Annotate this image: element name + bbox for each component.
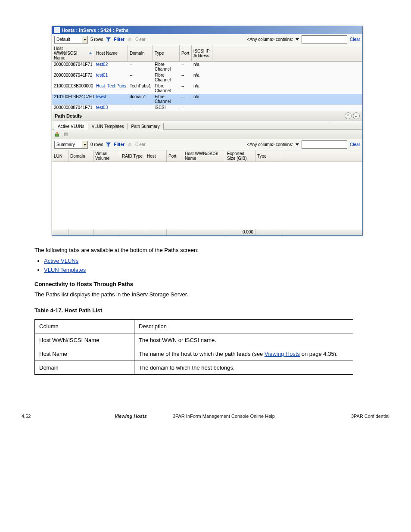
cell: Host Name xyxy=(35,347,134,361)
view-combo[interactable]: Default xyxy=(54,36,88,44)
col-vv[interactable]: Virtual Volume xyxy=(93,150,120,162)
clear-icon[interactable] xyxy=(127,37,133,42)
table-row[interactable]: 2000000087041F71 test02 -- Fibre Channel… xyxy=(52,62,362,72)
doc-link-viewing-hosts[interactable]: Viewing Hosts xyxy=(265,351,300,357)
col-ip[interactable]: iSCSI IP Address xyxy=(192,45,212,61)
filter-icon[interactable] xyxy=(106,37,111,42)
tab-vlun-templates[interactable]: VLUN Templates xyxy=(88,123,128,130)
bottom-grid-header: LUN Domain Virtual Volume RAID Type Host… xyxy=(52,150,362,162)
view-combo-value: Default xyxy=(56,37,70,42)
icon-toolbar xyxy=(52,130,362,139)
cell: Description xyxy=(134,320,353,333)
col-lun[interactable]: LUN xyxy=(52,150,68,162)
filter-contains-label: <Any column> contains: xyxy=(247,37,293,42)
bottom-rows-count: 0 rows xyxy=(90,142,103,147)
col-domain[interactable]: Domain xyxy=(128,45,153,61)
footer-page: 4.52 xyxy=(22,414,43,419)
export-icon[interactable] xyxy=(55,131,60,137)
status-total: 0.000 xyxy=(225,229,255,235)
doc-intro: The following tabs are available at the … xyxy=(34,246,389,255)
filter-link[interactable]: Filter xyxy=(114,37,124,42)
filter-icon[interactable] xyxy=(106,142,111,147)
footer-docname: 3PAR InForm Management Console Online He… xyxy=(173,414,275,419)
host-path-table: Column Description Host WWN/iSCSI Name T… xyxy=(34,319,353,375)
tabs-bar: Active VLUNs VLUN Templates Path Summary xyxy=(52,121,362,130)
table-row: Host WWN/iSCSI Name The host WWN or iSCS… xyxy=(35,333,353,347)
table-row[interactable]: 210100E08B24C750 tewst domain1 Fibre Cha… xyxy=(52,94,362,105)
cell: The name of the host to which the path l… xyxy=(134,347,353,361)
subsection-title: Connectivity to Hosts Through Paths xyxy=(34,280,389,289)
table-row[interactable]: 2000000087041F71 test03 -- iSCSI -- -- xyxy=(52,105,362,111)
cell: Host WWN/iSCSI Name xyxy=(35,333,134,347)
page-footer: 4.52 Viewing Hosts 3PAR InForm Managemen… xyxy=(22,414,389,419)
cell: Column xyxy=(35,320,134,333)
footer-section: Viewing Hosts xyxy=(115,414,147,419)
path-details-title: Path Details xyxy=(55,113,82,118)
footer-confidential: 3PAR Confidential xyxy=(346,414,389,419)
path-details-bar: Path Details ⌃ ⌄ xyxy=(52,111,362,121)
col-hostname[interactable]: Host Name xyxy=(94,45,128,61)
clear-icon[interactable] xyxy=(127,142,133,147)
cell: Domain xyxy=(35,361,134,375)
col-raid[interactable]: RAID Type xyxy=(120,150,145,162)
table-row[interactable]: 210000E08B000000 Host_TechPubs TechPubs1… xyxy=(52,83,362,94)
col-host2[interactable]: Host xyxy=(145,150,167,162)
collapse-up-icon[interactable]: ⌃ xyxy=(345,112,352,119)
clear-label-disabled: Clear xyxy=(135,37,146,42)
tab-active-vluns[interactable]: Active VLUNs xyxy=(54,123,88,130)
bottom-view-combo[interactable]: Summary xyxy=(54,141,88,149)
col-type2[interactable]: Type xyxy=(255,150,281,162)
table-row: Host Name The name of the host to which … xyxy=(35,347,353,361)
col-wwn[interactable]: Host WWN/iSCSI Name xyxy=(52,45,94,61)
clear-search-link[interactable]: Clear xyxy=(350,37,360,42)
cell: The host WWN or iSCSI name. xyxy=(134,333,353,347)
remove-icon[interactable] xyxy=(64,131,69,137)
svg-rect-0 xyxy=(128,39,131,41)
top-grid-header: Host WWN/iSCSI Name Host Name Domain Typ… xyxy=(52,45,362,62)
sort-asc-icon xyxy=(89,52,92,54)
window-title: Hosts : InServs : S424 : Paths xyxy=(62,28,128,33)
tab-path-summary[interactable]: Path Summary xyxy=(128,123,164,130)
bottom-clear-link[interactable]: Clear xyxy=(350,142,360,147)
top-grid-body: 2000000087041F71 test02 -- Fibre Channel… xyxy=(52,62,362,111)
col-wwn2[interactable]: Host WWN/iSCSI Name xyxy=(183,150,225,162)
bottom-filter-contains: <Any column> contains: xyxy=(247,142,293,147)
bottom-filter-link[interactable]: Filter xyxy=(114,142,124,147)
svg-rect-2 xyxy=(65,133,68,136)
table-caption: Table 4-17. Host Path List xyxy=(34,307,389,315)
col-size[interactable]: Exported Size (GiB) xyxy=(225,150,255,162)
filter-search-input[interactable] xyxy=(302,35,347,44)
col-domain2[interactable]: Domain xyxy=(68,150,93,162)
col-type[interactable]: Type xyxy=(153,45,180,61)
expand-down-icon[interactable]: ⌄ xyxy=(353,112,360,119)
dropdown-icon[interactable] xyxy=(296,38,299,40)
bottom-toolbar: Summary 0 rows Filter Clear <Any column>… xyxy=(52,139,362,150)
table-row: Column Description xyxy=(35,320,353,333)
doc-link-active-vluns[interactable]: Active VLUNs xyxy=(44,258,78,264)
table-row[interactable]: 2000000087041F72 test01 -- Fibre Channel… xyxy=(52,72,362,83)
bottom-view-combo-value: Summary xyxy=(56,142,75,147)
dropdown-icon[interactable] xyxy=(296,143,299,146)
top-toolbar: Default 5 rows Filter Clear <Any column>… xyxy=(52,34,362,45)
window-titlebar: Hosts : InServs : S424 : Paths xyxy=(52,26,362,34)
bottom-grid-body xyxy=(52,162,362,229)
doc-link-vlun-templates[interactable]: VLUN Templates xyxy=(44,267,86,273)
status-bar: 0.000 xyxy=(52,229,362,235)
rows-count: 5 rows xyxy=(90,37,103,42)
table-row: Domain The domain to which the host belo… xyxy=(35,361,353,375)
col-port2[interactable]: Port xyxy=(167,150,183,162)
col-port[interactable]: Port xyxy=(180,45,192,61)
app-icon xyxy=(54,27,60,33)
subsection-paragraph: The Paths list displays the paths in the… xyxy=(34,291,389,299)
svg-rect-4 xyxy=(128,144,131,146)
bottom-clear-label: Clear xyxy=(135,142,146,147)
cell: The domain to which the host belongs. xyxy=(134,361,353,375)
bottom-search-input[interactable] xyxy=(302,140,347,149)
